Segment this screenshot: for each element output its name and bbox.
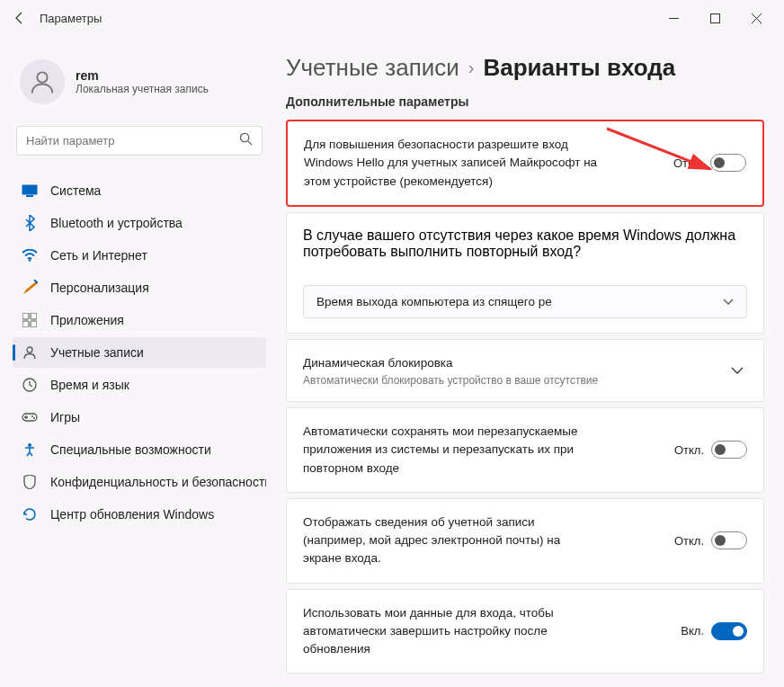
back-button[interactable] xyxy=(7,5,32,31)
brush-icon xyxy=(22,280,38,296)
bluetooth-icon xyxy=(22,215,38,231)
nav-system[interactable]: Система xyxy=(13,175,266,206)
toggle-show-account[interactable] xyxy=(711,531,747,549)
nav-label: Приложения xyxy=(50,313,124,327)
dropdown-reauth[interactable]: Время выхода компьютера из спящего ре xyxy=(303,285,747,318)
breadcrumb: Учетные записи › Варианты входа xyxy=(286,54,764,82)
nav-games[interactable]: Игры xyxy=(13,402,266,433)
titlebar: Параметры xyxy=(0,0,784,36)
nav-update[interactable]: Центр обновления Windows xyxy=(13,499,266,530)
nav-bluetooth[interactable]: Bluetooth и устройства xyxy=(13,208,266,238)
nav-label: Персонализация xyxy=(50,281,149,295)
card-title: Динамическая блокировка xyxy=(303,354,713,372)
gamepad-icon xyxy=(22,409,38,425)
toggle-windows-hello[interactable] xyxy=(710,154,746,172)
svg-point-14 xyxy=(33,417,35,419)
card-text: Для повышения безопасности разрешите вхо… xyxy=(304,136,601,191)
svg-rect-6 xyxy=(22,313,29,319)
sidebar: rem Локальная учетная запись Система Blu… xyxy=(0,36,279,687)
nav-label: Система xyxy=(50,183,101,198)
nav-network[interactable]: Сеть и Интернет xyxy=(13,240,266,271)
nav-label: Время и язык xyxy=(50,378,129,392)
card-windows-hello: Для повышения безопасности разрешите вхо… xyxy=(286,120,764,207)
svg-point-1 xyxy=(37,72,47,82)
card-reauth: В случае вашего отсутствия через какое в… xyxy=(286,212,764,334)
nav-time[interactable]: Время и язык xyxy=(13,370,266,400)
svg-point-10 xyxy=(27,347,32,352)
clock-icon xyxy=(22,377,38,393)
monitor-icon xyxy=(22,183,38,199)
svg-point-5 xyxy=(29,259,31,261)
toggle-status: Откл. xyxy=(674,534,704,548)
accessibility-icon xyxy=(22,442,38,458)
toggle-status: Откл. xyxy=(674,443,704,457)
user-block[interactable]: rem Локальная учетная запись xyxy=(13,45,266,126)
nav-label: Учетные записи xyxy=(50,345,144,360)
nav-privacy[interactable]: Конфиденциальность и безопасность xyxy=(13,467,266,497)
chevron-down-icon xyxy=(723,295,734,308)
card-subtitle: Автоматически блокировать устройство в в… xyxy=(303,374,713,387)
card-text: Отображать сведения об учетной записи (н… xyxy=(303,513,600,568)
search-box[interactable] xyxy=(16,126,263,156)
nav-label: Игры xyxy=(50,410,80,424)
toggle-restart-apps[interactable] xyxy=(711,441,747,459)
card-text: В случае вашего отсутствия через какое в… xyxy=(303,228,747,260)
toggle-status: Вкл. xyxy=(681,624,704,638)
svg-point-15 xyxy=(28,443,31,447)
svg-point-2 xyxy=(240,133,248,141)
nav-label: Сеть и Интернет xyxy=(50,248,147,263)
svg-rect-7 xyxy=(31,313,37,319)
shield-icon xyxy=(22,474,38,490)
breadcrumb-current: Варианты входа xyxy=(483,54,675,82)
nav: Система Bluetooth и устройства Сеть и Ин… xyxy=(13,175,266,530)
nav-label: Специальные возможности xyxy=(50,442,211,457)
minimize-button[interactable] xyxy=(653,4,694,32)
svg-rect-9 xyxy=(31,321,37,327)
toggle-status: Откл. xyxy=(673,156,703,170)
card-use-data: Использовать мои данные для входа, чтобы… xyxy=(286,589,764,674)
chevron-right-icon: › xyxy=(468,58,475,78)
svg-rect-0 xyxy=(710,13,719,22)
update-icon xyxy=(22,506,38,522)
window-title: Параметры xyxy=(40,12,102,25)
avatar xyxy=(20,59,65,104)
section-title: Дополнительные параметры xyxy=(286,94,764,109)
nav-accessibility[interactable]: Специальные возможности xyxy=(13,434,266,465)
nav-label: Bluetooth и устройства xyxy=(50,216,183,230)
nav-accounts[interactable]: Учетные записи xyxy=(13,337,266,368)
wifi-icon xyxy=(22,247,38,263)
svg-rect-8 xyxy=(22,321,29,327)
card-dynamic-lock[interactable]: Динамическая блокировка Автоматически бл… xyxy=(286,339,764,402)
search-input[interactable] xyxy=(26,134,239,147)
card-show-account: Отображать сведения об учетной записи (н… xyxy=(286,498,764,584)
card-restart-apps: Автоматически сохранять мои перезапускае… xyxy=(286,407,764,493)
nav-apps[interactable]: Приложения xyxy=(13,305,266,335)
search-icon xyxy=(239,132,253,149)
person-icon xyxy=(22,344,38,361)
nav-label: Конфиденциальность и безопасность xyxy=(50,475,266,489)
chevron-down-icon[interactable] xyxy=(727,359,747,382)
svg-rect-4 xyxy=(26,195,33,197)
nav-personalization[interactable]: Персонализация xyxy=(13,272,266,303)
user-subtitle: Локальная учетная запись xyxy=(76,83,209,95)
card-text: Автоматически сохранять мои перезапускае… xyxy=(303,423,600,477)
card-text: Использовать мои данные для входа, чтобы… xyxy=(303,604,600,659)
user-name: rem xyxy=(76,68,209,83)
svg-rect-3 xyxy=(22,185,38,195)
toggle-use-data[interactable] xyxy=(711,622,747,640)
nav-label: Центр обновления Windows xyxy=(50,507,214,522)
breadcrumb-parent[interactable]: Учетные записи xyxy=(286,54,459,82)
maximize-button[interactable] xyxy=(694,4,735,32)
svg-point-13 xyxy=(31,415,33,417)
grid-icon xyxy=(22,312,38,328)
close-button[interactable] xyxy=(735,4,777,32)
dropdown-value: Время выхода компьютера из спящего ре xyxy=(316,295,552,308)
main: Учетные записи › Варианты входа Дополнит… xyxy=(279,36,784,687)
